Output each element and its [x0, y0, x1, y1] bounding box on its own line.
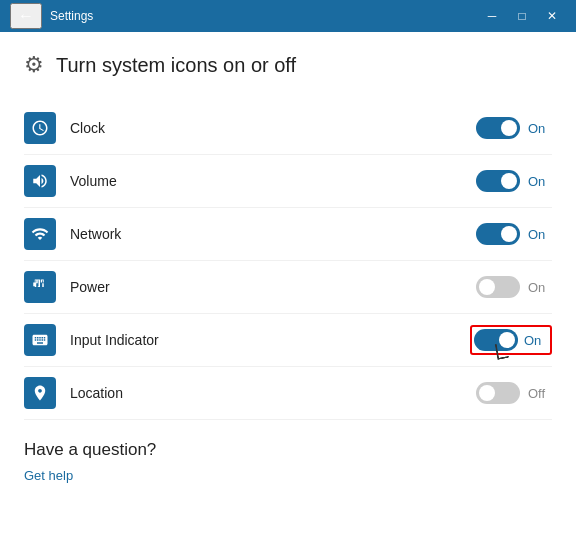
location-label: Location	[70, 385, 472, 401]
maximize-button[interactable]: □	[508, 2, 536, 30]
clock-label: Clock	[70, 120, 472, 136]
content-area: ⚙ Turn system icons on or off Clock On	[0, 32, 576, 542]
network-toggle-knob	[501, 226, 517, 242]
input-indicator-state-label: On	[524, 333, 548, 348]
network-label: Network	[70, 226, 472, 242]
location-control: Off	[472, 382, 552, 404]
page-title-container: ⚙ Turn system icons on or off	[24, 52, 552, 78]
input-indicator-icon	[31, 331, 49, 349]
network-icon-bg	[24, 218, 56, 250]
clock-toggle[interactable]	[476, 117, 520, 139]
network-state-label: On	[528, 227, 552, 242]
setting-item-volume: Volume On	[24, 155, 552, 208]
location-toggle-knob	[479, 385, 495, 401]
setting-item-power: Power On	[24, 261, 552, 314]
input-indicator-label: Input Indicator	[70, 332, 470, 348]
network-toggle[interactable]	[476, 223, 520, 245]
input-indicator-toggle[interactable]	[474, 329, 518, 351]
get-help-link[interactable]: Get help	[24, 468, 73, 483]
volume-icon	[31, 172, 49, 190]
clock-icon	[31, 119, 49, 137]
settings-window: ← Settings ─ □ ✕ ⚙ Turn system icons on …	[0, 0, 576, 542]
input-indicator-control: On	[470, 325, 552, 355]
setting-item-input-indicator: Input Indicator On	[24, 314, 552, 367]
clock-state-label: On	[528, 121, 552, 136]
volume-toggle-knob	[501, 173, 517, 189]
title-bar: ← Settings ─ □ ✕	[0, 0, 576, 32]
power-state-label: On	[528, 280, 552, 295]
page-title: Turn system icons on or off	[56, 54, 296, 77]
faq-title: Have a question?	[24, 440, 552, 460]
power-icon-bg	[24, 271, 56, 303]
volume-label: Volume	[70, 173, 472, 189]
input-indicator-highlighted-box: On	[470, 325, 552, 355]
volume-icon-bg	[24, 165, 56, 197]
volume-state-label: On	[528, 174, 552, 189]
setting-item-location: Location Off	[24, 367, 552, 420]
clock-toggle-knob	[501, 120, 517, 136]
power-toggle[interactable]	[476, 276, 520, 298]
title-bar-title: Settings	[50, 9, 93, 23]
setting-item-network: Network On	[24, 208, 552, 261]
back-button[interactable]: ←	[10, 3, 42, 29]
clock-icon-bg	[24, 112, 56, 144]
faq-section: Have a question? Get help	[24, 440, 552, 484]
location-icon	[31, 384, 49, 402]
clock-control: On	[472, 117, 552, 139]
close-button[interactable]: ✕	[538, 2, 566, 30]
input-indicator-icon-bg	[24, 324, 56, 356]
power-icon	[31, 278, 49, 296]
volume-control: On	[472, 170, 552, 192]
title-bar-left: ← Settings	[10, 3, 93, 29]
volume-toggle[interactable]	[476, 170, 520, 192]
power-toggle-knob	[479, 279, 495, 295]
settings-list: Clock On Volume	[24, 102, 552, 420]
network-icon	[31, 225, 49, 243]
power-label: Power	[70, 279, 472, 295]
settings-gear-icon: ⚙	[24, 52, 44, 78]
location-toggle[interactable]	[476, 382, 520, 404]
input-indicator-toggle-knob	[499, 332, 515, 348]
location-icon-bg	[24, 377, 56, 409]
power-control: On	[472, 276, 552, 298]
location-state-label: Off	[528, 386, 552, 401]
title-bar-controls: ─ □ ✕	[478, 2, 566, 30]
minimize-button[interactable]: ─	[478, 2, 506, 30]
setting-item-clock: Clock On	[24, 102, 552, 155]
network-control: On	[472, 223, 552, 245]
